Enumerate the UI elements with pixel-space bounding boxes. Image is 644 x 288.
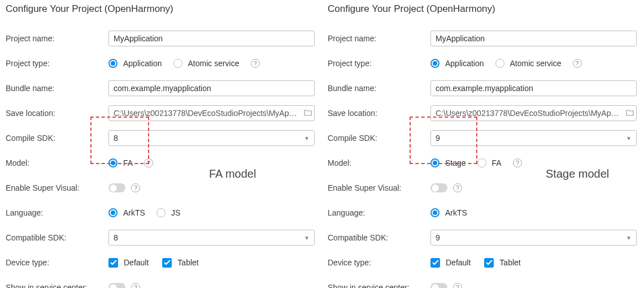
radio-fa[interactable] bbox=[108, 158, 118, 167]
label-model: Model: bbox=[6, 158, 108, 167]
compile-sdk-dropdown[interactable]: 8 ▼ bbox=[108, 130, 315, 146]
radio-application-label: Application bbox=[445, 59, 484, 68]
radio-atomic-service-label: Atomic service bbox=[510, 59, 562, 68]
label-service-center: Show in service center: bbox=[328, 283, 430, 288]
radio-application[interactable] bbox=[108, 59, 118, 68]
bundle-name-input[interactable] bbox=[430, 80, 637, 96]
label-project-type: Project type: bbox=[328, 59, 430, 68]
panel-stage: Configure Your Project (OpenHarmony) Pro… bbox=[322, 0, 644, 288]
bundle-name-input[interactable] bbox=[108, 80, 315, 96]
label-model: Model: bbox=[328, 158, 430, 167]
super-visual-toggle[interactable] bbox=[430, 183, 447, 192]
compile-sdk-value: 9 bbox=[436, 134, 440, 143]
label-save-location: Save location: bbox=[6, 109, 108, 118]
label-bundle-name: Bundle name: bbox=[6, 84, 108, 93]
help-icon[interactable]: ? bbox=[131, 283, 140, 288]
save-location-input[interactable] bbox=[108, 105, 315, 121]
service-center-toggle[interactable] bbox=[108, 283, 125, 288]
label-compile-sdk: Compile SDK: bbox=[328, 134, 430, 143]
compat-sdk-dropdown[interactable]: 8 ▼ bbox=[108, 230, 315, 246]
label-project-name: Project name: bbox=[328, 34, 430, 43]
radio-atomic-service-label: Atomic service bbox=[188, 59, 240, 68]
compile-sdk-value: 8 bbox=[114, 134, 118, 143]
chevron-down-icon: ▼ bbox=[626, 135, 632, 141]
label-super-visual: Enable Super Visual: bbox=[328, 183, 430, 192]
project-name-input[interactable] bbox=[430, 31, 637, 46]
compat-sdk-value: 8 bbox=[114, 233, 118, 242]
label-super-visual: Enable Super Visual: bbox=[6, 183, 108, 192]
help-icon[interactable]: ? bbox=[131, 183, 140, 192]
label-bundle-name: Bundle name: bbox=[328, 84, 430, 93]
checkbox-default[interactable] bbox=[430, 258, 440, 268]
chevron-down-icon: ▼ bbox=[304, 135, 310, 141]
label-device-type: Device type: bbox=[328, 258, 430, 267]
save-location-input[interactable] bbox=[430, 105, 637, 121]
radio-js-label: JS bbox=[171, 208, 180, 217]
checkbox-tablet-label: Tablet bbox=[499, 258, 520, 267]
label-service-center: Show in service center: bbox=[6, 283, 108, 288]
super-visual-toggle[interactable] bbox=[108, 183, 125, 192]
radio-fa-label: FA bbox=[492, 158, 502, 167]
folder-icon[interactable] bbox=[626, 109, 634, 118]
label-compat-sdk: Compatible SDK: bbox=[6, 233, 108, 242]
label-device-type: Device type: bbox=[6, 258, 108, 267]
service-center-toggle[interactable] bbox=[430, 283, 447, 288]
help-icon[interactable]: ? bbox=[251, 59, 260, 68]
compile-sdk-dropdown[interactable]: 9 ▼ bbox=[430, 130, 637, 146]
caption-stage: Stage model bbox=[546, 167, 609, 180]
project-name-input[interactable] bbox=[108, 31, 315, 46]
label-compile-sdk: Compile SDK: bbox=[6, 134, 108, 143]
label-project-type: Project type: bbox=[6, 59, 108, 68]
compat-sdk-value: 9 bbox=[436, 233, 440, 242]
checkbox-tablet-label: Tablet bbox=[177, 258, 198, 267]
checkbox-default[interactable] bbox=[108, 258, 118, 268]
radio-fa-label: FA bbox=[123, 158, 133, 167]
compat-sdk-dropdown[interactable]: 9 ▼ bbox=[430, 230, 637, 246]
radio-application[interactable] bbox=[430, 59, 440, 68]
radio-stage-label: Stage bbox=[445, 158, 466, 167]
radio-arkts[interactable] bbox=[430, 208, 440, 217]
chevron-down-icon: ▼ bbox=[626, 235, 632, 241]
radio-stage[interactable] bbox=[430, 158, 440, 167]
checkbox-tablet[interactable] bbox=[162, 258, 172, 268]
label-compat-sdk: Compatible SDK: bbox=[328, 233, 430, 242]
radio-js[interactable] bbox=[156, 208, 166, 217]
checkbox-default-label: Default bbox=[124, 258, 149, 267]
page-title: Configure Your Project (OpenHarmony) bbox=[6, 3, 316, 15]
radio-arkts-label: ArkTS bbox=[445, 208, 467, 217]
help-icon[interactable]: ? bbox=[513, 158, 522, 167]
folder-icon[interactable] bbox=[304, 109, 312, 118]
checkbox-default-label: Default bbox=[446, 258, 471, 267]
label-language: Language: bbox=[328, 208, 430, 217]
radio-atomic-service[interactable] bbox=[495, 59, 504, 68]
label-save-location: Save location: bbox=[328, 109, 430, 118]
page-title: Configure Your Project (OpenHarmony) bbox=[328, 3, 638, 15]
radio-fa[interactable] bbox=[477, 158, 486, 167]
help-icon[interactable]: ? bbox=[453, 183, 462, 192]
chevron-down-icon: ▼ bbox=[304, 235, 310, 241]
help-icon[interactable]: ? bbox=[144, 158, 153, 167]
panel-fa: Configure Your Project (OpenHarmony) Pro… bbox=[0, 0, 322, 288]
radio-arkts[interactable] bbox=[108, 208, 118, 217]
caption-fa: FA model bbox=[209, 167, 256, 180]
radio-atomic-service[interactable] bbox=[173, 59, 182, 68]
label-language: Language: bbox=[6, 208, 108, 217]
help-icon[interactable]: ? bbox=[573, 59, 582, 68]
help-icon[interactable]: ? bbox=[453, 283, 462, 288]
radio-application-label: Application bbox=[123, 59, 162, 68]
label-project-name: Project name: bbox=[6, 34, 108, 43]
radio-arkts-label: ArkTS bbox=[123, 208, 145, 217]
checkbox-tablet[interactable] bbox=[484, 258, 494, 268]
